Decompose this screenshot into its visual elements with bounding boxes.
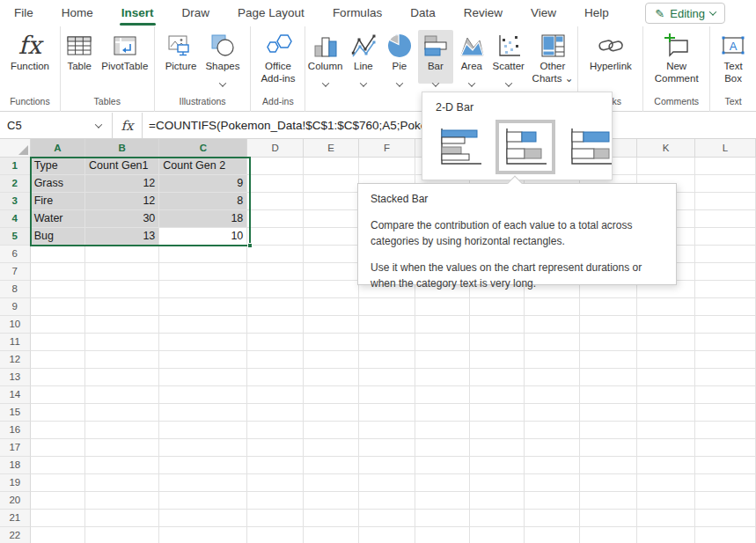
office-addins-button[interactable]: Office Add-ins [251, 30, 305, 87]
cell-I9[interactable] [525, 298, 579, 316]
cell-E17[interactable] [304, 439, 359, 457]
column-header-C[interactable]: C [159, 139, 247, 158]
cell-A17[interactable] [31, 439, 85, 457]
cell-F14[interactable] [359, 386, 415, 404]
cell-E4[interactable] [304, 210, 359, 228]
cell-H11[interactable] [470, 334, 525, 351]
cell-J12[interactable] [580, 351, 637, 369]
cell-H22[interactable] [470, 527, 525, 543]
cell-E3[interactable] [304, 193, 359, 210]
cell-C8[interactable] [159, 281, 247, 298]
cell-D5[interactable] [247, 228, 303, 246]
cell-D12[interactable] [247, 351, 303, 369]
hundred-percent-stacked-bar-option[interactable] [561, 120, 620, 174]
cell-K13[interactable] [637, 369, 694, 386]
cell-G21[interactable] [415, 510, 470, 527]
cell-D6[interactable] [247, 246, 303, 263]
cell-H18[interactable] [470, 457, 525, 474]
cell-F17[interactable] [359, 439, 415, 457]
cell-I12[interactable] [525, 351, 579, 369]
cell-H14[interactable] [470, 386, 525, 404]
cell-L22[interactable] [695, 527, 756, 543]
cell-E7[interactable] [304, 263, 359, 281]
cell-B7[interactable] [85, 263, 159, 281]
cell-B3[interactable]: 12 [85, 193, 159, 210]
cell-B15[interactable] [85, 404, 159, 422]
cell-A14[interactable] [31, 386, 85, 404]
cell-L4[interactable] [695, 210, 756, 228]
cell-B22[interactable] [85, 527, 159, 543]
cell-I10[interactable] [525, 316, 579, 334]
cell-G17[interactable] [415, 439, 470, 457]
scatter-chart-button[interactable]: Scatter [490, 30, 527, 84]
tab-home[interactable]: Home [48, 0, 107, 26]
cell-K12[interactable] [637, 351, 694, 369]
cell-E5[interactable] [304, 228, 359, 246]
row-header-3[interactable]: 3 [0, 193, 31, 210]
cell-B16[interactable] [85, 422, 159, 439]
cell-K16[interactable] [637, 422, 694, 439]
cell-A8[interactable] [31, 281, 85, 298]
row-header-20[interactable]: 20 [0, 492, 31, 510]
cell-L7[interactable] [695, 263, 756, 281]
cell-A3[interactable]: Fire [31, 193, 85, 210]
cell-A12[interactable] [31, 351, 85, 369]
cell-F18[interactable] [359, 457, 415, 474]
area-chart-button[interactable]: Area [454, 30, 489, 84]
cell-C12[interactable] [159, 351, 247, 369]
cell-J18[interactable] [580, 457, 637, 474]
cell-D2[interactable] [247, 175, 303, 193]
cell-I15[interactable] [525, 404, 579, 422]
cell-C2[interactable]: 9 [159, 175, 247, 193]
cell-K21[interactable] [637, 510, 694, 527]
cell-E10[interactable] [304, 316, 359, 334]
cell-J20[interactable] [580, 492, 637, 510]
row-header-9[interactable]: 9 [0, 298, 31, 316]
cell-L12[interactable] [695, 351, 756, 369]
row-header-5[interactable]: 5 [0, 228, 31, 246]
cell-D8[interactable] [247, 281, 303, 298]
editing-mode-button[interactable]: ✎ Editing [645, 3, 725, 24]
cell-B17[interactable] [85, 439, 159, 457]
cell-F22[interactable] [359, 527, 415, 543]
cell-I13[interactable] [525, 369, 579, 386]
cell-K10[interactable] [637, 316, 694, 334]
cell-A2[interactable]: Grass [31, 175, 85, 193]
cell-B21[interactable] [85, 510, 159, 527]
cell-L15[interactable] [695, 404, 756, 422]
cell-K14[interactable] [637, 386, 694, 404]
cell-C1[interactable]: Count Gen 2 [159, 158, 247, 175]
cell-A7[interactable] [31, 263, 85, 281]
cell-G18[interactable] [415, 457, 470, 474]
cell-A11[interactable] [31, 334, 85, 351]
row-header-19[interactable]: 19 [0, 474, 31, 492]
cell-L3[interactable] [695, 193, 756, 210]
cell-C20[interactable] [159, 492, 247, 510]
cell-A6[interactable] [31, 246, 85, 263]
cell-C18[interactable] [159, 457, 247, 474]
cell-C6[interactable] [159, 246, 247, 263]
cell-D13[interactable] [247, 369, 303, 386]
cell-B4[interactable]: 30 [85, 210, 159, 228]
cell-L9[interactable] [695, 298, 756, 316]
cell-H15[interactable] [470, 404, 525, 422]
tab-review[interactable]: Review [450, 0, 517, 26]
cell-E20[interactable] [304, 492, 359, 510]
column-header-A[interactable]: A [31, 139, 85, 158]
cell-B10[interactable] [85, 316, 159, 334]
cell-E2[interactable] [304, 175, 359, 193]
cell-D16[interactable] [247, 422, 303, 439]
table-button[interactable]: Table [62, 30, 97, 74]
cell-K19[interactable] [637, 474, 694, 492]
cell-L21[interactable] [695, 510, 756, 527]
cell-L17[interactable] [695, 439, 756, 457]
cell-J10[interactable] [580, 316, 637, 334]
tab-formulas[interactable]: Formulas [319, 0, 396, 26]
cell-F12[interactable] [359, 351, 415, 369]
cell-K1[interactable] [637, 158, 694, 175]
row-header-18[interactable]: 18 [0, 457, 31, 474]
cell-E19[interactable] [304, 474, 359, 492]
cell-B5[interactable]: 13 [85, 228, 159, 246]
cell-B11[interactable] [85, 334, 159, 351]
cell-D21[interactable] [247, 510, 303, 527]
